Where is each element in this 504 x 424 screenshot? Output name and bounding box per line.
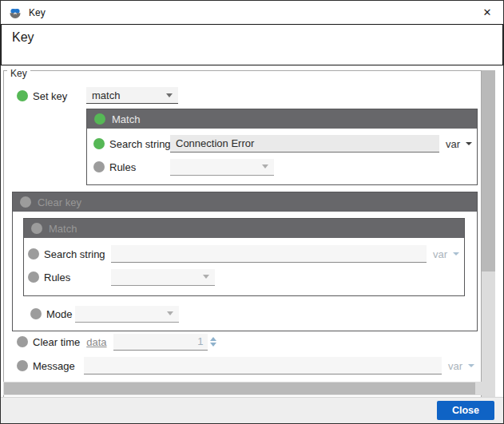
clear-time-input <box>113 334 208 351</box>
search-string-row: Search string var <box>93 135 472 153</box>
horizontal-scrollbar[interactable] <box>3 382 482 395</box>
vertical-scrollbar-thumb[interactable] <box>482 70 495 271</box>
match-section-header: Match <box>87 109 477 129</box>
chevron-down-icon <box>203 275 209 279</box>
clear-key-rules-label: Rules <box>44 271 111 283</box>
clear-key-match-radio[interactable] <box>31 223 42 234</box>
chevron-down-icon <box>262 164 268 168</box>
dialog-content: Key Set key match Match <box>1 65 503 397</box>
rules-radio[interactable] <box>93 161 105 172</box>
message-var-dropdown: var <box>448 360 474 372</box>
message-input <box>84 357 442 374</box>
search-string-input[interactable] <box>170 135 439 153</box>
clear-time-stepper <box>113 334 216 351</box>
set-key-radio[interactable] <box>17 90 28 101</box>
clear-key-match-title: Match <box>49 223 77 235</box>
clear-key-search-string-input <box>111 245 427 263</box>
clear-time-row: Clear time data <box>17 333 474 351</box>
vertical-scrollbar[interactable] <box>482 70 495 397</box>
key-dialog-window: Key ✕ Key Key Set key match Match <box>0 0 504 424</box>
set-key-row: Set key <box>17 87 67 105</box>
search-string-radio[interactable] <box>93 138 105 149</box>
var-label: var <box>448 360 462 372</box>
search-string-var-dropdown[interactable]: var <box>446 138 472 150</box>
clear-time-radio[interactable] <box>17 336 28 347</box>
mode-row: Mode <box>22 305 466 323</box>
clear-key-match-header: Match <box>24 219 464 238</box>
mode-label: Mode <box>46 308 75 320</box>
clear-key-section-header: Clear key <box>13 192 477 212</box>
set-key-label: Set key <box>33 90 67 102</box>
match-section-title: Match <box>112 113 140 125</box>
title-bar: Key ✕ <box>1 1 503 24</box>
clear-key-var-dropdown: var <box>433 248 459 260</box>
var-label: var <box>433 248 447 260</box>
key-groupbox: Key Set key match Match <box>3 70 482 397</box>
clear-key-rules-row: Rules <box>28 268 459 286</box>
chevron-down-icon <box>453 252 459 256</box>
clear-key-search-string-row: Search string var <box>28 245 459 263</box>
var-label: var <box>446 138 460 150</box>
rules-row: Rules <box>93 158 472 176</box>
dialog-header: Key <box>1 24 503 65</box>
clear-key-rules-radio[interactable] <box>28 271 39 283</box>
clear-key-match-section: Match Search string var <box>23 218 465 296</box>
clear-key-section-title: Clear key <box>38 196 81 208</box>
clear-key-search-string-label: Search string <box>44 248 111 260</box>
clear-key-section-body: Match Search string var <box>13 212 477 331</box>
chevron-down-icon <box>466 142 472 145</box>
rules-label: Rules <box>109 161 170 173</box>
search-string-label: Search string <box>109 138 170 150</box>
set-key-dropdown[interactable]: match <box>86 87 178 104</box>
dialog-header-title: Key <box>12 30 502 45</box>
dialog-footer: Close <box>1 397 503 423</box>
clear-key-rules-dropdown <box>111 269 215 286</box>
message-label: Message <box>33 360 84 372</box>
spinner-up-icon[interactable] <box>210 337 216 341</box>
match-section-body: Search string var Rules <box>87 129 477 184</box>
window-title: Key <box>29 7 46 18</box>
window-close-button[interactable]: ✕ <box>471 1 503 24</box>
clear-time-data-link[interactable]: data <box>86 336 106 348</box>
match-radio[interactable] <box>94 113 105 125</box>
horizontal-scrollbar-thumb[interactable] <box>4 382 475 394</box>
clear-key-match-body: Search string var Rules <box>24 238 464 295</box>
message-row: Message var <box>17 357 474 374</box>
clear-key-search-string-radio[interactable] <box>28 248 39 260</box>
spinner-down-icon[interactable] <box>210 343 216 347</box>
rules-dropdown <box>170 159 274 176</box>
clear-key-section: Clear key Match Search string <box>12 192 478 331</box>
chevron-down-icon <box>167 311 173 315</box>
key-groupbox-legend: Key <box>7 69 30 79</box>
mode-radio[interactable] <box>30 308 42 319</box>
chevron-down-icon <box>468 364 474 367</box>
clear-key-radio[interactable] <box>20 196 31 208</box>
close-button[interactable]: Close <box>437 401 494 420</box>
app-gear-icon <box>9 6 22 19</box>
spinner-arrows <box>210 337 216 347</box>
match-section: Match Search string var <box>86 109 478 185</box>
clear-time-label: Clear time <box>33 336 80 348</box>
set-key-dropdown-value: match <box>92 89 120 101</box>
message-radio[interactable] <box>17 360 28 371</box>
mode-dropdown <box>75 306 179 323</box>
chevron-down-icon <box>166 93 173 97</box>
